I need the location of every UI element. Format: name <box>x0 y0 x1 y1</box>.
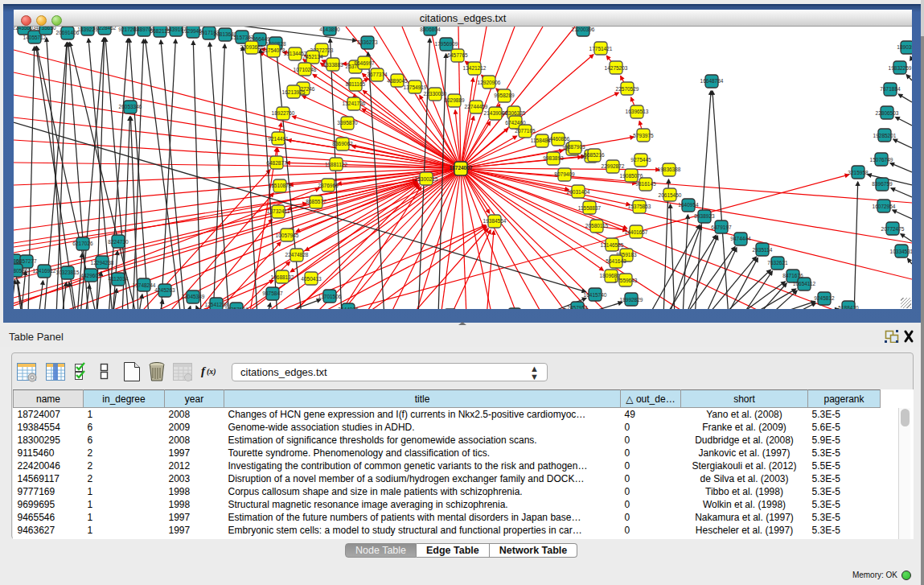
svg-text:4112034: 4112034 <box>109 276 129 282</box>
svg-text:21200396: 21200396 <box>572 27 595 32</box>
svg-text:7632621: 7632621 <box>767 260 788 266</box>
svg-text:8806804: 8806804 <box>420 27 441 32</box>
svg-text:9983893: 9983893 <box>543 155 564 161</box>
svg-text:2935114: 2935114 <box>753 247 773 253</box>
svg-text:20615450: 20615450 <box>659 192 682 198</box>
svg-text:18922760: 18922760 <box>272 110 295 116</box>
svg-text:10710248: 10710248 <box>294 67 317 72</box>
svg-text:22093651: 22093651 <box>240 44 264 50</box>
svg-text:17751421: 17751421 <box>589 46 613 51</box>
svg-text:6357277: 6357277 <box>16 258 37 264</box>
svg-text:18724007: 18724007 <box>450 165 473 171</box>
svg-text:2457954: 2457954 <box>567 305 588 309</box>
svg-text:13754919: 13754919 <box>404 84 427 90</box>
svg-text:9275445: 9275445 <box>630 157 651 163</box>
svg-text:20691406: 20691406 <box>56 30 80 35</box>
svg-text:16072954: 16072954 <box>873 204 896 209</box>
svg-text:5641643: 5641643 <box>606 258 626 264</box>
svg-text:15076749: 15076749 <box>870 157 893 163</box>
svg-text:8646997: 8646997 <box>354 60 375 66</box>
svg-text:14401657: 14401657 <box>625 229 648 235</box>
svg-text:13241736: 13241736 <box>343 101 366 106</box>
svg-text:13701506: 13701506 <box>318 294 342 299</box>
svg-text:9245812: 9245812 <box>814 295 835 301</box>
svg-text:22806503: 22806503 <box>876 110 899 116</box>
svg-text:10654112: 10654112 <box>793 281 816 286</box>
svg-text:12920906: 12920906 <box>478 80 501 85</box>
svg-text:3677374: 3677374 <box>367 72 388 77</box>
svg-text:5685216: 5685216 <box>584 152 605 158</box>
svg-text:16213925: 16213925 <box>282 89 306 95</box>
svg-text:13146585: 13146585 <box>601 242 624 248</box>
svg-text:13045349: 13045349 <box>182 294 205 299</box>
svg-text:1890399: 1890399 <box>897 44 912 50</box>
svg-text:10323815: 10323815 <box>56 270 80 275</box>
svg-text:22330030: 22330030 <box>424 91 447 97</box>
svg-text:18992829: 18992829 <box>620 297 643 303</box>
svg-text:9474444: 9474444 <box>730 236 751 241</box>
svg-text:20580115: 20580115 <box>585 223 609 229</box>
svg-text:1640954: 1640954 <box>678 202 699 208</box>
svg-text:3215958: 3215958 <box>848 170 869 175</box>
svg-text:15375853: 15375853 <box>628 204 651 209</box>
svg-text:19384554: 19384554 <box>483 218 507 224</box>
svg-text:3395870: 3395870 <box>337 120 358 126</box>
svg-text:11881122: 11881122 <box>325 162 347 167</box>
svg-text:8224730: 8224730 <box>108 239 129 245</box>
svg-text:6457765: 6457765 <box>447 52 468 58</box>
svg-text:16648784: 16648784 <box>700 78 724 84</box>
svg-text:2876966: 2876966 <box>318 183 339 188</box>
svg-text:19085076: 19085076 <box>620 173 643 179</box>
svg-text:14275203: 14275203 <box>605 65 628 71</box>
svg-text:11558837: 11558837 <box>578 205 602 211</box>
svg-text:21754078: 21754078 <box>262 47 285 53</box>
svg-text:19285201: 19285201 <box>873 133 897 138</box>
svg-text:13421212: 13421212 <box>463 65 487 71</box>
svg-text:12294238: 12294238 <box>91 260 114 266</box>
svg-text:16396513: 16396513 <box>626 109 649 114</box>
svg-text:6479197: 6479197 <box>711 225 732 230</box>
svg-text:10057945: 10057945 <box>276 233 299 238</box>
svg-text:4429607: 4429607 <box>80 273 101 278</box>
svg-text:4735650: 4735650 <box>35 27 56 31</box>
svg-text:20031404: 20031404 <box>567 189 590 195</box>
svg-text:8938923: 8938923 <box>694 213 715 219</box>
svg-text:25300215: 25300215 <box>415 176 438 182</box>
svg-text:10228452: 10228452 <box>93 27 117 31</box>
svg-text:14460856: 14460856 <box>547 136 570 142</box>
svg-text:12416912: 12416912 <box>33 268 56 274</box>
svg-text:3333883: 3333883 <box>322 62 343 68</box>
svg-text:22474828: 22474828 <box>285 252 309 257</box>
svg-text:16415740: 16415740 <box>584 292 607 298</box>
svg-text:17956909: 17956909 <box>435 41 458 47</box>
svg-text:22455603: 22455603 <box>14 27 36 31</box>
svg-text:15180586: 15180586 <box>14 268 28 274</box>
svg-text:9887903: 9887903 <box>565 144 585 150</box>
svg-text:4245263: 4245263 <box>154 287 175 293</box>
svg-text:19836388: 19836388 <box>658 167 681 172</box>
svg-text:8079409: 8079409 <box>554 171 575 177</box>
svg-text:8369062: 8369062 <box>332 141 353 146</box>
svg-text:3644095: 3644095 <box>338 307 359 309</box>
svg-text:22992872: 22992872 <box>602 163 625 169</box>
svg-text:9875847: 9875847 <box>262 290 283 296</box>
svg-text:26053346: 26053346 <box>119 104 142 109</box>
svg-text:8811165: 8811165 <box>346 81 366 87</box>
svg-text:f: f <box>201 365 207 377</box>
svg-text:22570529: 22570529 <box>616 86 639 92</box>
svg-text:9214491: 9214491 <box>268 136 289 142</box>
svg-text:2077105: 2077105 <box>515 128 536 134</box>
svg-text:22744459: 22744459 <box>465 104 488 109</box>
svg-text:4050413: 4050413 <box>301 276 322 282</box>
svg-text:4143890: 4143890 <box>319 27 340 32</box>
svg-text:9816145: 9816145 <box>635 181 656 187</box>
svg-text:17559643: 17559643 <box>614 278 638 283</box>
svg-text:19688132: 19688132 <box>271 274 294 280</box>
svg-text:13748244: 13748244 <box>133 282 156 288</box>
svg-text:21257684: 21257684 <box>225 307 248 309</box>
svg-text:6482877: 6482877 <box>266 160 287 166</box>
svg-text:6217026: 6217026 <box>72 241 93 246</box>
svg-text:13732411: 13732411 <box>267 208 290 214</box>
svg-text:5793975: 5793975 <box>633 133 654 138</box>
svg-text:8396759: 8396759 <box>872 181 893 187</box>
